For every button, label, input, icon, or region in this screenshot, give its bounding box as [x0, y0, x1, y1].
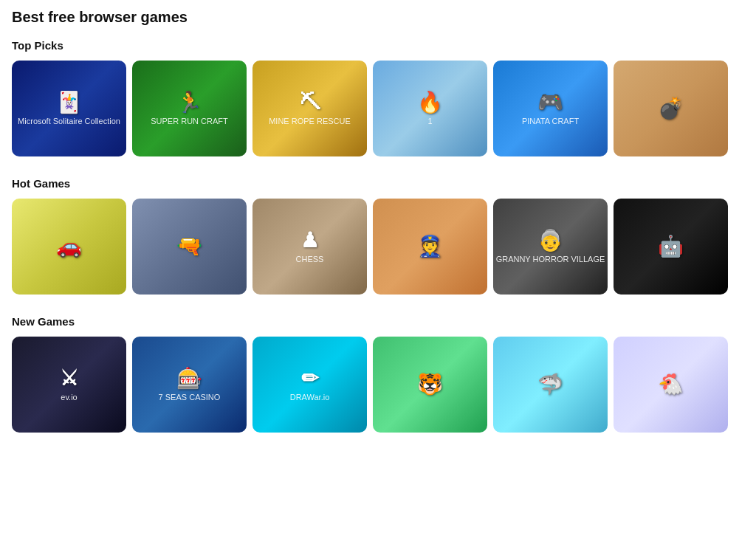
game-icon-animals: 🐯 — [417, 373, 443, 396]
game-icon-cannon: 💣 — [658, 97, 684, 120]
game-icon-pinatcraft: 🎮 — [537, 92, 563, 114]
game-card-solitaire[interactable]: 🃏Microsoft Solitaire CollectionMicrosoft… — [12, 61, 126, 156]
section-top-picks: Top Picks🃏Microsoft Solitaire Collection… — [12, 39, 744, 156]
game-icon-fireboy: 🔥 — [417, 92, 443, 114]
game-icon-minerope: ⛏ — [300, 92, 320, 114]
games-grid-top-picks: 🃏Microsoft Solitaire CollectionMicrosoft… — [12, 61, 744, 156]
game-card-minerope[interactable]: ⛏MINE ROPE RESCUEMine Rope Rescue — [252, 61, 367, 156]
game-icon-shark: 🦈 — [537, 373, 563, 396]
game-card-cannon[interactable]: 💣Cannon Ball — [614, 61, 728, 156]
game-icon-solitaire: 🃏 — [56, 92, 82, 114]
game-card-robot[interactable]: 🤖Robot Game — [614, 199, 728, 295]
game-icon-seas: 🎰 — [176, 368, 202, 390]
game-sub-solitaire: Microsoft Solitaire Collection — [18, 117, 120, 125]
game-sub-draw: DRAWar.io — [290, 393, 330, 402]
game-sub-evio: ev.io — [61, 393, 77, 402]
section-new-games: New Games⚔ev.ioev.io🎰7 SEAS CASINO7 Seas… — [12, 315, 744, 433]
game-icon-superrun: 🏃 — [176, 92, 202, 114]
game-card-shark[interactable]: 🦈Shark Game — [493, 337, 608, 433]
game-card-granny[interactable]: 👵GRANNY HORROR VILLAGEGranny Horror Vill… — [493, 199, 608, 295]
game-icon-evio: ⚔ — [60, 368, 78, 390]
game-card-gta[interactable]: 👮GTA Style Game — [373, 199, 487, 295]
games-grid-new-games: ⚔ev.ioev.io🎰7 SEAS CASINO7 Seas Casino✏D… — [12, 337, 744, 433]
game-sub-pinatcraft: PINATA CRAFT — [522, 117, 579, 125]
section-hot-games: Hot Games🚗Racing Game🔫Shooter Game♟CHESS… — [12, 177, 744, 295]
section-heading-new-games: New Games — [12, 315, 744, 328]
game-card-seas[interactable]: 🎰7 SEAS CASINO7 Seas Casino — [132, 337, 247, 433]
game-card-shooter[interactable]: 🔫Shooter Game — [132, 199, 247, 295]
game-icon-chess: ♟ — [300, 230, 319, 252]
game-icon-granny: 👵 — [537, 230, 563, 252]
game-card-animals[interactable]: 🐯Animal Friends — [373, 337, 487, 433]
game-card-chicken[interactable]: 🐔Chicken Game — [614, 337, 728, 433]
game-sub-superrun: SUPER RUN CRAFT — [151, 117, 228, 125]
section-heading-hot-games: Hot Games — [12, 177, 744, 190]
game-card-chess[interactable]: ♟CHESSChess — [252, 199, 367, 295]
game-icon-robot: 🤖 — [658, 235, 684, 258]
section-heading-top-picks: Top Picks — [12, 39, 744, 52]
game-card-fireboy[interactable]: 🔥1Fireboy and Watergirl — [373, 61, 487, 156]
game-icon-shooter: 🔫 — [176, 235, 202, 258]
game-sub-fireboy: 1 — [427, 117, 432, 125]
game-card-draw[interactable]: ✏DRAWar.ioDRAWar.io — [252, 337, 367, 433]
game-card-pinatcraft[interactable]: 🎮PINATA CRAFTPinata Craft — [493, 61, 608, 156]
game-card-racing[interactable]: 🚗Racing Game — [12, 199, 126, 295]
game-icon-racing: 🚗 — [56, 235, 82, 258]
game-icon-gta: 👮 — [417, 235, 443, 258]
page-title: Best free browser games — [12, 9, 744, 26]
game-sub-seas: 7 SEAS CASINO — [159, 393, 221, 402]
game-icon-draw: ✏ — [301, 368, 318, 390]
game-card-superrun[interactable]: 🏃SUPER RUN CRAFTSuper Run Craft — [132, 61, 247, 156]
games-grid-hot-games: 🚗Racing Game🔫Shooter Game♟CHESSChess👮GTA… — [12, 199, 744, 295]
game-icon-chicken: 🐔 — [658, 373, 684, 396]
game-sub-minerope: MINE ROPE RESCUE — [269, 117, 351, 125]
game-sub-granny: GRANNY HORROR VILLAGE — [496, 255, 605, 264]
game-card-evio[interactable]: ⚔ev.ioev.io — [12, 337, 126, 433]
game-sub-chess: CHESS — [296, 255, 324, 264]
